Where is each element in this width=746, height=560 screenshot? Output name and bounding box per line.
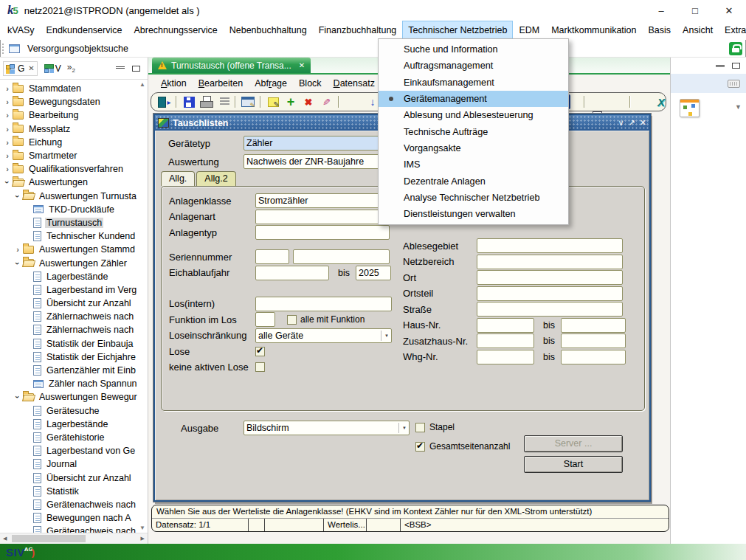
menu-item-geraetemanagement[interactable]: Gerätemanagement	[379, 91, 568, 107]
excel-export-icon[interactable]	[654, 94, 669, 109]
form-menu-bearbeiten[interactable]: Bearbeiten	[193, 78, 248, 89]
chevron-icon[interactable]	[3, 178, 12, 187]
menubar-item-extras[interactable]: Extras	[719, 21, 746, 40]
keyboard-icon[interactable]	[728, 80, 740, 88]
tab-allg[interactable]: Allg.	[161, 171, 195, 186]
menubar-item-nebenbuchhaltung[interactable]: Nebenbuchhaltung	[224, 21, 313, 40]
tree-item-gartenzaehler-mit-einbau[interactable]: Gartenzähler mit Einb	[0, 364, 148, 377]
menubar-item-abrechnungsservice[interactable]: Abrechnungsservice	[128, 21, 223, 40]
scroll-left-icon[interactable]: ◀	[3, 536, 7, 542]
app-toolbar-label[interactable]: Versorgungsobjektsuche	[27, 44, 128, 54]
tree-item-bewegungsdaten[interactable]: Bewegungsdaten	[0, 95, 148, 108]
range-field-von[interactable]	[477, 350, 534, 364]
tree-item-eichung[interactable]: Eichung	[0, 136, 148, 149]
delete-record-icon[interactable]	[301, 94, 316, 109]
tab-turnustausch[interactable]: Turnustausch (offene Transa... ✕	[152, 58, 311, 73]
range-field-von[interactable]	[477, 318, 534, 333]
print-icon[interactable]	[199, 94, 214, 109]
tree-item-bewegungen-nach-a[interactable]: Bewegungen nach A	[0, 511, 148, 525]
sidebar-tab-v[interactable]: V	[41, 61, 64, 76]
tree-item-statistik[interactable]: Statistik	[0, 485, 148, 498]
menu-item-ablesung-und-ablesesteuerung[interactable]: Ablesung und Ablesesteuerung	[379, 107, 568, 123]
tab-allg2[interactable]: Allg.2	[196, 171, 235, 186]
query-window-icon[interactable]	[241, 94, 255, 109]
text-field[interactable]	[477, 286, 623, 301]
tree-item-smartmeter[interactable]: Smartmeter	[0, 149, 148, 162]
eichablaufjahr-field-bis[interactable]: 2025	[356, 266, 391, 280]
tree-item-qualifikationsverfahren[interactable]: Qualifikationsverfahren	[0, 162, 148, 176]
lose-checkbox[interactable]	[255, 347, 265, 356]
menu-item-vorgangsakte[interactable]: Vorgangsakte	[379, 140, 568, 156]
tree-item-zaehlernachweis-nach-2[interactable]: Zählernachweis nach	[0, 323, 148, 336]
funktion-im-los-field[interactable]	[255, 312, 275, 327]
menu-item-technische-auftraege[interactable]: Technische Aufträge	[379, 123, 568, 139]
horizontal-scrollbar[interactable]: ◀ ▶	[0, 533, 148, 544]
panel-minimize-icon[interactable]	[716, 64, 725, 67]
text-field[interactable]	[477, 270, 623, 285]
text-field[interactable]	[477, 238, 623, 253]
chevron-icon[interactable]	[13, 393, 22, 401]
menu-item-einkaufsmanagement[interactable]: Einkaufsmanagement	[379, 75, 568, 91]
tree-item-messplatz[interactable]: Messplatz	[0, 122, 148, 136]
dialog-minimize-icon[interactable]: ∨	[618, 118, 624, 128]
scroll-right-icon[interactable]: ▶	[141, 536, 145, 542]
loseinschraenkung-select[interactable]: alle Geräte	[255, 328, 392, 343]
menubar-item-endkundenservice[interactable]: Endkundenservice	[41, 21, 128, 40]
menubar-item-marktkommunikation[interactable]: Marktkommunikation	[545, 21, 642, 40]
form-menu-abfrage[interactable]: Abfrage	[249, 78, 292, 89]
scrollbar-thumb[interactable]	[12, 535, 86, 542]
list-icon[interactable]	[217, 94, 232, 109]
tree-item-lagerbestaende-2[interactable]: Lagerbestände	[0, 418, 148, 431]
scroll-up-icon[interactable]: ▲	[139, 81, 145, 88]
chevron-icon[interactable]	[3, 97, 12, 106]
chevron-icon[interactable]	[3, 84, 12, 93]
form-menu-aktion[interactable]: Aktion	[156, 78, 192, 89]
ausgabe-select[interactable]: Bildschirm	[244, 421, 410, 435]
chevron-icon[interactable]	[3, 138, 12, 147]
start-button[interactable]: Start	[524, 456, 623, 473]
anlagentyp-field[interactable]	[255, 225, 390, 240]
server-button[interactable]: Server ...	[524, 435, 623, 452]
tree-item-statistik-der-einbaujahre[interactable]: Statistik der Einbauja	[0, 337, 148, 350]
chevron-icon[interactable]	[13, 259, 22, 268]
form-menu-datensatz[interactable]: Datensatz	[328, 78, 380, 89]
eichablaufjahr-field-von[interactable]	[255, 266, 329, 280]
panel-maximize-icon[interactable]	[732, 63, 740, 69]
menu-item-auftragsmanagement[interactable]: Auftragsmanagement	[379, 58, 568, 74]
form-menu-block[interactable]: Block	[294, 78, 327, 89]
separator[interactable]	[235, 96, 236, 108]
tree-item-geraetehistorie[interactable]: Gerätehistorie	[0, 431, 148, 444]
panel-maximize-icon[interactable]	[132, 66, 140, 72]
tree-item-auswertungen-bewegungen[interactable]: Auswertungen Bewegur	[0, 390, 148, 404]
menubar-item-basis[interactable]: Basis	[643, 21, 677, 40]
menu-item-suche-und-information[interactable]: Suche und Information	[379, 41, 568, 58]
chevron-icon[interactable]	[3, 165, 12, 173]
tree-item-statistik-der-eichjahre[interactable]: Statistik der Eichjahre	[0, 350, 148, 364]
menubar-item-finanzbuchhaltung[interactable]: Finanzbuchhaltung	[313, 21, 403, 40]
tree-item-tkd-drucklaeufe[interactable]: TKD-Druckläufe	[0, 203, 148, 216]
toolbar-grip[interactable]	[1, 43, 5, 55]
tree-item-zaehler-nach-spannung[interactable]: Zähler nach Spannun	[0, 377, 148, 390]
keine-aktiven-lose-checkbox[interactable]	[255, 362, 265, 372]
menubar-item-kvasy[interactable]: kVASy	[1, 21, 41, 40]
chevron-icon[interactable]	[13, 245, 22, 254]
tree-item-geraetenachweis-nach-2[interactable]: Gerätenachweis nach	[0, 525, 148, 533]
close-button[interactable]: ✕	[712, 0, 746, 21]
dialog-close-icon[interactable]: ✕	[640, 118, 646, 128]
tree-item-journal[interactable]: Journal	[0, 457, 148, 471]
scroll-down-icon[interactable]: ▼	[139, 525, 145, 531]
sidebar-tab-g[interactable]: G ✕	[3, 61, 38, 76]
tree-item-uebersicht-zur-anzahl[interactable]: Übersicht zur Anzahl	[0, 297, 148, 310]
tree-item-auswertungen-turnustausch[interactable]: Auswertungen Turnusta	[0, 190, 148, 203]
dialog-restore-icon[interactable]: ↗	[629, 118, 635, 128]
menu-item-ims[interactable]: IMS	[379, 156, 568, 173]
range-field-von[interactable]	[477, 333, 534, 348]
separator[interactable]	[584, 96, 585, 108]
menubar-item-technischer-netzbetrieb[interactable]: Technischer Netzbetrieb	[402, 21, 513, 40]
text-field[interactable]	[477, 255, 623, 269]
tree-item-uebersicht-zur-anzahl-2[interactable]: Übersicht zur Anzahl	[0, 471, 148, 484]
text-field[interactable]	[477, 302, 623, 317]
separator[interactable]	[629, 96, 631, 108]
save-icon[interactable]	[182, 94, 196, 109]
menu-item-dezentrale-anlagen[interactable]: Dezentrale Anlagen	[379, 173, 568, 189]
